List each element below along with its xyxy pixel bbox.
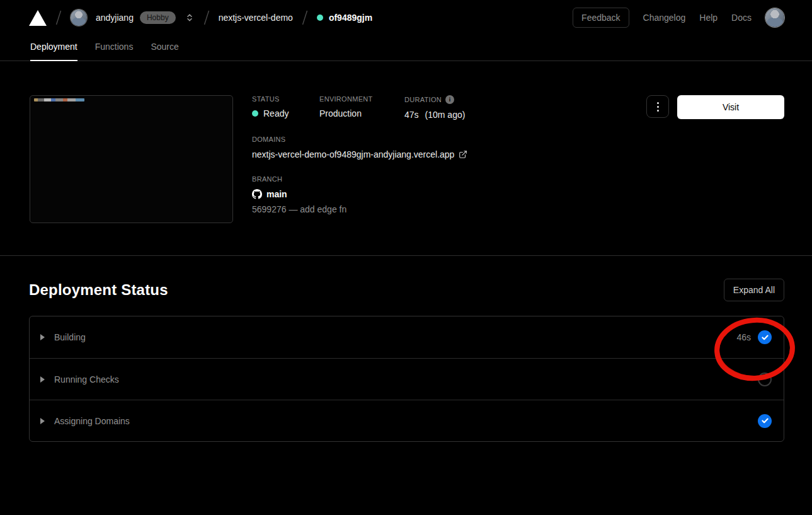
caret-right-icon [40, 334, 45, 340]
tab-source[interactable]: Source [151, 42, 178, 61]
slash-icon [201, 9, 212, 26]
nav-link-help[interactable]: Help [699, 13, 718, 23]
status-accordion: Building 46s Running Checks Assigning Do… [29, 316, 784, 442]
accordion-row-building[interactable]: Building 46s [30, 316, 784, 358]
deployment-overview: STATUS Ready ENVIRONMENT Production DURA… [0, 61, 812, 255]
kebab-menu-icon [657, 102, 659, 104]
tab-bar: Deployment Functions Source [0, 35, 812, 61]
status-block: STATUS Ready [252, 95, 319, 120]
nav-link-docs[interactable]: Docs [731, 13, 752, 23]
step-status: 46s [736, 330, 772, 344]
feedback-button[interactable]: Feedback [573, 8, 629, 28]
breadcrumb-deployment[interactable]: of9489gjm [317, 13, 372, 23]
branch-link[interactable]: main [252, 189, 467, 199]
tab-functions[interactable]: Functions [95, 42, 134, 61]
empty-circle-icon [758, 373, 772, 386]
environment-label: ENVIRONMENT [319, 95, 404, 103]
tab-deployment[interactable]: Deployment [30, 42, 77, 61]
deployment-meta: STATUS Ready ENVIRONMENT Production DURA… [252, 95, 467, 214]
step-duration: 46s [736, 332, 751, 342]
environment-block: ENVIRONMENT Production [319, 95, 404, 120]
duration-value: 47s (10m ago) [404, 110, 465, 120]
duration-ago: (10m ago) [425, 110, 466, 120]
team-avatar[interactable] [71, 9, 87, 26]
duration-label-text: DURATION [404, 96, 442, 103]
overview-actions: Visit [646, 95, 784, 119]
step-label: Running Checks [54, 374, 119, 385]
caret-right-icon [40, 418, 45, 424]
status-value: Ready [252, 108, 319, 119]
domain-text: nextjs-vercel-demo-of9489gjm-andyjiang.v… [252, 149, 454, 159]
duration-label: DURATION i [404, 95, 465, 104]
duration-time: 47s [404, 110, 419, 120]
plan-badge: Hobby [140, 11, 176, 24]
ready-dot-icon [252, 110, 258, 117]
chevron-up-down-icon[interactable] [185, 13, 195, 23]
duration-block: DURATION i 47s (10m ago) [404, 95, 465, 120]
step-label: Assigning Domains [54, 416, 130, 426]
deployment-preview-thumbnail[interactable] [30, 95, 233, 223]
status-section-header: Deployment Status Expand All [29, 279, 784, 301]
vercel-logo-icon[interactable] [29, 10, 47, 26]
deployment-status-dot [317, 14, 323, 21]
branch-label: BRANCH [252, 175, 467, 183]
more-options-button[interactable] [646, 95, 669, 118]
visit-button[interactable]: Visit [677, 95, 784, 119]
environment-value: Production [319, 108, 404, 119]
check-circle-icon [758, 414, 772, 428]
caret-right-icon [40, 376, 45, 383]
domains-block: DOMAINS nextjs-vercel-demo-of9489gjm-and… [252, 136, 467, 159]
branch-name: main [266, 189, 287, 199]
section-divider [0, 255, 812, 256]
check-circle-icon [758, 330, 772, 344]
meta-row: STATUS Ready ENVIRONMENT Production DURA… [252, 95, 467, 120]
breadcrumb-project[interactable]: nextjs-vercel-demo [219, 13, 293, 23]
step-status [758, 414, 772, 428]
slash-icon [299, 9, 311, 26]
domain-link[interactable]: nextjs-vercel-demo-of9489gjm-andyjiang.v… [252, 149, 467, 159]
breadcrumb: andyjiang Hobby nextjs-vercel-demo of948… [29, 9, 372, 26]
step-status [758, 373, 772, 386]
status-text: Ready [263, 108, 289, 119]
branch-block: BRANCH main 5699276 — add edge fn [252, 175, 467, 214]
nav-link-changelog[interactable]: Changelog [643, 13, 686, 23]
status-label: STATUS [252, 95, 319, 103]
top-navigation: andyjiang Hobby nextjs-vercel-demo of948… [0, 0, 812, 35]
accordion-row-running-checks[interactable]: Running Checks [30, 358, 784, 400]
deployment-status-section: Deployment Status Expand All Building 46… [0, 279, 812, 442]
section-title: Deployment Status [29, 281, 168, 299]
deployment-id: of9489gjm [329, 13, 372, 23]
accordion-row-assigning-domains[interactable]: Assigning Domains [30, 400, 784, 441]
nav-actions: Feedback Changelog Help Docs [573, 8, 784, 28]
thumbnail-content [34, 98, 84, 101]
expand-all-button[interactable]: Expand All [724, 279, 784, 301]
external-link-icon [459, 150, 467, 159]
github-icon [252, 189, 262, 199]
user-avatar[interactable] [765, 8, 784, 27]
domains-label: DOMAINS [252, 136, 467, 143]
info-icon[interactable]: i [445, 95, 454, 104]
team-name[interactable]: andyjiang [96, 13, 134, 23]
slash-icon [53, 9, 64, 26]
step-label: Building [54, 332, 86, 342]
commit-message[interactable]: 5699276 — add edge fn [252, 204, 467, 214]
